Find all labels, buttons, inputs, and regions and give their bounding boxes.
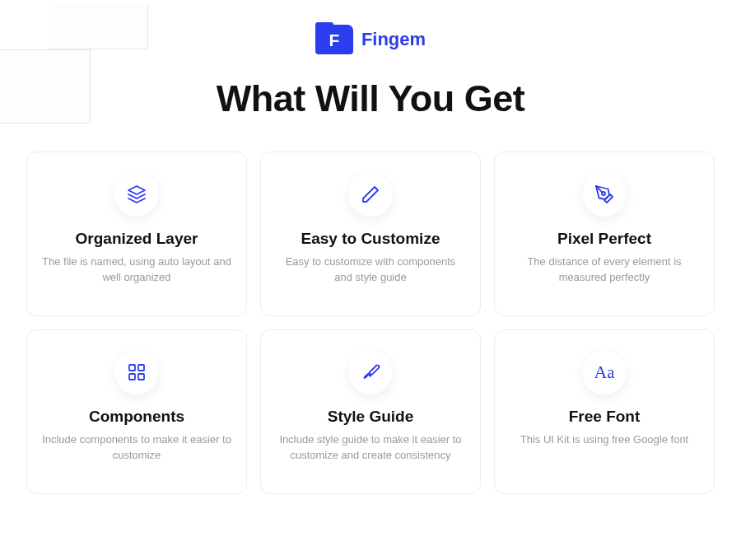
- pencil-icon: [348, 172, 393, 217]
- svg-marker-0: [128, 186, 145, 194]
- feature-title: Pixel Perfect: [557, 230, 651, 248]
- feature-card-components: Components Include components to make it…: [26, 329, 247, 494]
- features-grid: Organized Layer The file is named, using…: [26, 152, 715, 494]
- brand: F Fingem: [315, 25, 426, 54]
- feature-title: Organized Layer: [76, 230, 198, 248]
- pen-nib-icon: [582, 172, 627, 217]
- feature-title: Style Guide: [328, 408, 414, 426]
- svg-rect-3: [138, 365, 144, 371]
- feature-description: Include components to make it easier to …: [42, 432, 231, 464]
- feature-card-free-font: Aa Free Font This UI Kit is using free G…: [494, 329, 715, 494]
- page-title: What Will You Get: [217, 77, 524, 120]
- svg-rect-2: [129, 365, 135, 371]
- grid-icon: [114, 350, 159, 394]
- brand-logo-icon: F: [315, 25, 353, 54]
- feature-description: The distance of every element is measure…: [510, 254, 699, 286]
- feature-card-organized-layer: Organized Layer The file is named, using…: [26, 152, 247, 316]
- feature-title: Easy to Customize: [301, 230, 440, 248]
- feature-title: Components: [89, 408, 184, 426]
- feature-description: The file is named, using auto layout and…: [42, 254, 231, 286]
- svg-point-1: [602, 192, 605, 195]
- font-icon: Aa: [582, 350, 627, 394]
- page-content: F Fingem What Will You Get Organized Lay…: [0, 0, 741, 560]
- feature-card-easy-customize: Easy to Customize Easy to customize with…: [260, 152, 481, 316]
- feature-card-pixel-perfect: Pixel Perfect The distance of every elem…: [494, 152, 715, 316]
- brand-logo-letter: F: [329, 30, 339, 50]
- layers-icon: [114, 172, 159, 217]
- svg-rect-4: [129, 374, 135, 380]
- feature-description: Include style guide to make it easier to…: [276, 432, 465, 464]
- feature-description: Easy to customize with components and st…: [276, 254, 465, 286]
- feature-description: This UI Kit is using free Google font: [520, 432, 688, 448]
- paintbrush-icon: [348, 350, 393, 394]
- svg-rect-5: [138, 374, 144, 380]
- brand-name: Fingem: [361, 29, 426, 50]
- feature-card-style-guide: Style Guide Include style guide to make …: [260, 329, 481, 494]
- feature-title: Free Font: [569, 408, 641, 426]
